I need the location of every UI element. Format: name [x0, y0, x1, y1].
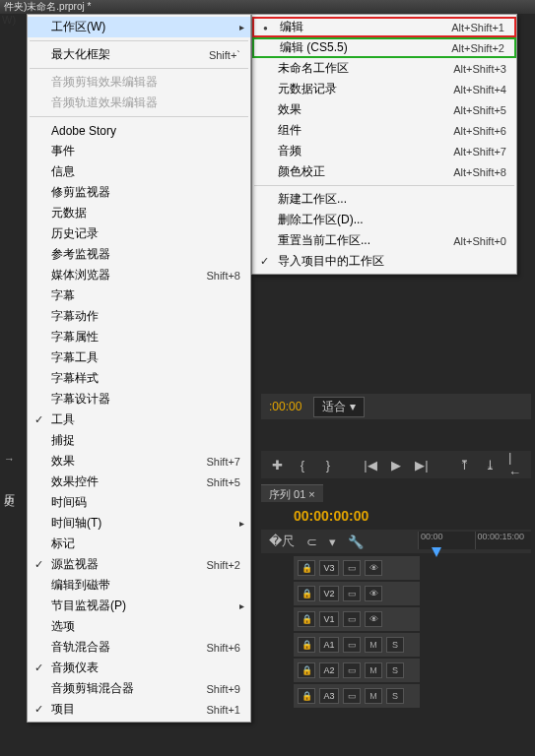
menu-capture[interactable]: 捕捉 — [28, 430, 250, 451]
toggle-output-icon[interactable]: ▭ — [343, 586, 361, 601]
marker-icon[interactable]: ▾ — [329, 535, 336, 549]
eye-icon[interactable]: 👁 — [365, 611, 382, 627]
track-v2[interactable]: 🔒V2▭👁 — [294, 582, 420, 605]
menu-timecode[interactable]: 时间码 — [28, 492, 250, 513]
menu-caption-styles[interactable]: 字幕样式 — [28, 368, 250, 389]
mute-button[interactable]: M — [365, 688, 382, 704]
menu-source-monitor[interactable]: 源监视器Shift+2 — [28, 554, 250, 575]
new-workspace[interactable]: 新建工作区... — [252, 189, 516, 210]
menu-track-mixer[interactable]: 音轨混合器Shift+6 — [28, 637, 250, 658]
window-menu: 工作区(W) 最大化框架Shift+` 音频剪辑效果编辑器 音频轨道效果编辑器 … — [27, 14, 251, 723]
menu-maximize-frame[interactable]: 最大化框架Shift+` — [28, 44, 250, 65]
menu-options[interactable]: 选项 — [28, 616, 250, 637]
menu-project[interactable]: 项目Shift+1 — [28, 699, 250, 720]
settings-icon[interactable]: 🔧 — [348, 535, 364, 549]
menu-media-browser[interactable]: 媒体浏览器Shift+8 — [28, 265, 250, 285]
track-headers: 🔒V3▭👁 🔒V2▭👁 🔒V1▭👁 🔒A1▭MS 🔒A2▭MS 🔒A3▭MS — [294, 556, 420, 710]
lock-icon[interactable]: 🔒 — [298, 560, 315, 576]
toggle-output-icon[interactable]: ▭ — [343, 560, 361, 576]
menu-info[interactable]: 信息 — [28, 161, 250, 182]
program-timecode: :00:00 — [269, 400, 301, 413]
reset-workspace[interactable]: 重置当前工作区...Alt+Shift+0 — [252, 230, 516, 251]
menu-events[interactable]: 事件 — [28, 141, 250, 161]
track-a1[interactable]: 🔒A1▭MS — [294, 633, 420, 657]
workspace-edit-cs55[interactable]: 编辑 (CS5.5)Alt+Shift+2 — [252, 37, 516, 58]
window-title: 件夹)未命名.prproj * — [0, 0, 535, 14]
timeline-ruler[interactable]: 00:00 00:00:15:00 — [418, 532, 531, 549]
menu-metadata[interactable]: 元数据 — [28, 203, 250, 223]
workspace-color[interactable]: 颜色校正Alt+Shift+8 — [252, 161, 516, 182]
in-point-icon[interactable]: { — [295, 457, 310, 472]
toggle-output-icon[interactable]: ▭ — [343, 662, 361, 678]
menu-program-monitor[interactable]: 节目监视器(P) — [28, 596, 250, 616]
menu-timeline[interactable]: 时间轴(T) — [28, 513, 250, 534]
eye-icon[interactable]: 👁 — [365, 560, 382, 576]
ruler-tick: 00:00:15:00 — [475, 532, 532, 549]
menu-effect-controls[interactable]: 效果控件Shift+5 — [28, 472, 250, 492]
lift-icon[interactable]: ⤒ — [456, 457, 472, 472]
menu-caption-properties[interactable]: 字幕属性 — [28, 327, 250, 347]
menu-adobe-story[interactable]: Adobe Story — [28, 120, 250, 141]
menu-workspace[interactable]: 工作区(W) — [28, 17, 250, 37]
step-back-icon[interactable]: |◀ — [363, 457, 378, 472]
lock-icon[interactable]: 🔒 — [298, 637, 315, 653]
menu-tools[interactable]: 工具 — [28, 410, 250, 430]
track-a2[interactable]: 🔒A2▭MS — [294, 659, 420, 682]
track-v1[interactable]: 🔒V1▭👁 — [294, 607, 420, 631]
track-v3[interactable]: 🔒V3▭👁 — [294, 556, 420, 580]
menu-caption-tools[interactable]: 字幕工具 — [28, 347, 250, 368]
menu-markers[interactable]: 标记 — [28, 534, 250, 554]
program-monitor-bar: :00:00 适合 ▾ — [261, 394, 531, 419]
add-marker-icon[interactable]: ✚ — [269, 457, 285, 472]
lock-icon[interactable]: 🔒 — [298, 662, 315, 678]
linked-sel-icon[interactable]: ⊂ — [306, 535, 317, 549]
fit-dropdown[interactable]: 适合 ▾ — [313, 397, 364, 417]
menu-reference-monitor[interactable]: 参考监视器 — [28, 244, 250, 265]
import-workspace[interactable]: 导入项目中的工作区 — [252, 251, 516, 272]
snap-icon[interactable]: �尺 — [269, 533, 295, 550]
mute-button[interactable]: M — [365, 637, 382, 653]
menu-clip-mixer[interactable]: 音频剪辑混合器Shift+9 — [28, 678, 250, 699]
toggle-output-icon[interactable]: ▭ — [343, 611, 361, 627]
workspace-assembly[interactable]: 组件Alt+Shift+6 — [252, 120, 516, 141]
lock-icon[interactable]: 🔒 — [298, 688, 315, 704]
menu-separator — [30, 40, 248, 41]
sequence-tab[interactable]: 序列 01 × — [261, 484, 323, 502]
menu-audio-clip-fx: 音频剪辑效果编辑器 — [28, 72, 250, 93]
mute-button[interactable]: M — [365, 662, 382, 678]
toggle-output-icon[interactable]: ▭ — [343, 637, 361, 653]
menu-audio-track-fx: 音频轨道效果编辑器 — [28, 93, 250, 113]
sequence-timecode[interactable]: 00:00:00:00 — [294, 508, 368, 524]
workspace-metadata-logging[interactable]: 元数据记录Alt+Shift+4 — [252, 79, 516, 99]
delete-workspace[interactable]: 删除工作区(D)... — [252, 210, 516, 230]
eye-icon[interactable]: 👁 — [365, 586, 382, 601]
export-frame-icon[interactable]: |← — [507, 457, 523, 472]
lock-icon[interactable]: 🔒 — [298, 586, 315, 601]
solo-button[interactable]: S — [386, 662, 404, 678]
step-fwd-icon[interactable]: ▶| — [414, 457, 430, 472]
menu-trim-monitor[interactable]: 修剪监视器 — [28, 182, 250, 203]
solo-button[interactable]: S — [386, 637, 404, 653]
menu-edit-to-tape[interactable]: 编辑到磁带 — [28, 575, 250, 596]
menu-caption-actions[interactable]: 字幕动作 — [28, 306, 250, 327]
extract-icon[interactable]: ⤓ — [482, 457, 498, 472]
workspace-unnamed[interactable]: 未命名工作区Alt+Shift+3 — [252, 58, 516, 79]
out-point-icon[interactable]: } — [320, 457, 336, 472]
workspace-edit[interactable]: 编辑Alt+Shift+1 — [252, 17, 516, 37]
menu-separator — [30, 116, 248, 117]
solo-button[interactable]: S — [386, 688, 404, 704]
ruler-tick: 00:00 — [418, 532, 475, 549]
menu-history[interactable]: 历史记录 — [28, 223, 250, 244]
lock-icon[interactable]: 🔒 — [298, 611, 315, 627]
menu-effects[interactable]: 效果Shift+7 — [28, 451, 250, 472]
menubar-fragment: W) — [0, 14, 16, 28]
menu-caption-designer[interactable]: 字幕设计器 — [28, 389, 250, 410]
track-a3[interactable]: 🔒A3▭MS — [294, 684, 420, 708]
menu-audio-meters[interactable]: 音频仪表 — [28, 658, 250, 678]
workspace-audio[interactable]: 音频Alt+Shift+7 — [252, 141, 516, 161]
toggle-output-icon[interactable]: ▭ — [343, 688, 361, 704]
workspace-effects[interactable]: 效果Alt+Shift+5 — [252, 99, 516, 120]
play-icon[interactable]: ▶ — [388, 457, 404, 472]
menu-separator — [254, 185, 514, 186]
menu-captions[interactable]: 字幕 — [28, 285, 250, 306]
